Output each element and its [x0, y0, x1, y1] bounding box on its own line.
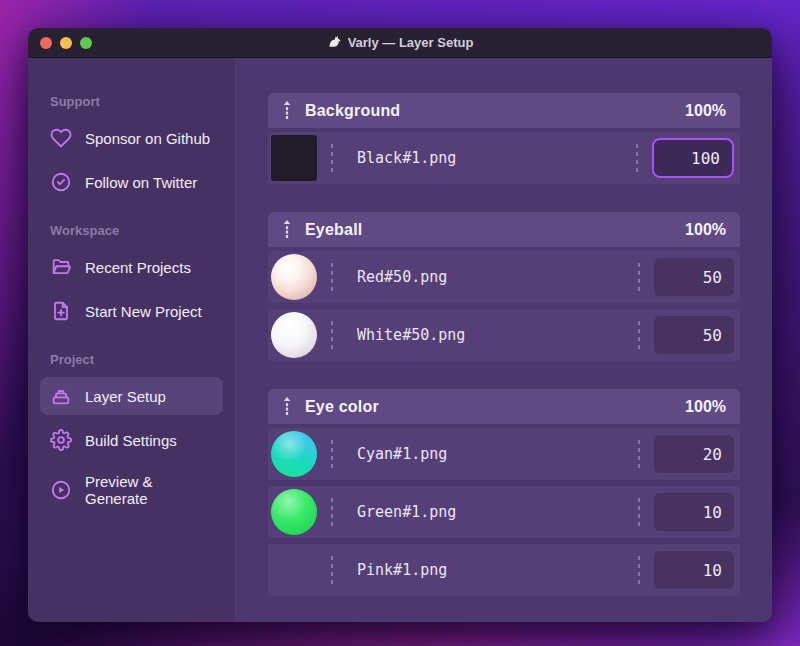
sidebar-item-label: Layer Setup	[85, 388, 166, 405]
red-sphere-thumbnail	[271, 254, 317, 300]
dashed-divider	[331, 556, 333, 584]
layer-filename: Cyan#1.png	[357, 445, 447, 463]
sidebar-item-sponsor-on-github[interactable]: Sponsor on Github	[40, 119, 223, 157]
sidebar-item-label: Follow on Twitter	[85, 174, 197, 191]
sidebar-item-layer-setup[interactable]: Layer Setup	[40, 377, 223, 415]
file-plus-icon	[50, 300, 72, 322]
sidebar-item-start-new-project[interactable]: Start New Project	[40, 292, 223, 330]
main-panel: Background100%Black#1.pngEyeball100%Red#…	[236, 58, 772, 622]
green-sphere-thumbnail	[271, 489, 317, 535]
pink-sphere-thumbnail	[271, 547, 317, 593]
close-button[interactable]	[40, 37, 52, 49]
dashed-divider	[331, 144, 333, 172]
layer-row: Green#1.png	[268, 486, 740, 538]
dashed-divider	[636, 144, 638, 172]
traffic-lights	[40, 28, 92, 57]
dashed-divider	[638, 321, 640, 349]
layer-group-title: Eyeball	[305, 221, 362, 239]
layer-group-weight: 100%	[685, 102, 726, 120]
layer-filename: White#50.png	[357, 326, 465, 344]
window-body: SupportSponsor on GithubFollow on Twitte…	[28, 58, 772, 622]
layer-group-title: Background	[305, 102, 400, 120]
dashed-divider	[331, 498, 333, 526]
layer-filename: Red#50.png	[357, 268, 447, 286]
desktop-background: Varly — Layer Setup SupportSponsor on Gi…	[0, 0, 800, 646]
sidebar-section-label-project: Project	[50, 352, 213, 367]
layer-group-eyeball: Eyeball100%Red#50.pngWhite#50.png	[268, 212, 740, 361]
badge-check-icon	[50, 171, 72, 193]
layer-row: Black#1.png	[268, 132, 740, 184]
dashed-divider	[331, 440, 333, 468]
folder-open-icon	[50, 256, 72, 278]
layer-group-header: Background100%	[268, 93, 740, 128]
layer-filename: Pink#1.png	[357, 561, 447, 579]
layer-group-background: Background100%Black#1.png	[268, 93, 740, 184]
layer-weight-input[interactable]	[654, 435, 734, 473]
dashed-divider	[638, 263, 640, 291]
sidebar-item-preview-generate[interactable]: Preview & Generate	[40, 465, 223, 515]
black-swatch-thumbnail	[271, 135, 317, 181]
layer-group-weight: 100%	[685, 398, 726, 416]
window-title-text: Varly — Layer Setup	[348, 35, 474, 50]
drag-handle-icon[interactable]	[282, 396, 292, 418]
heart-icon	[50, 127, 72, 149]
gear-icon	[50, 429, 72, 451]
minimize-button[interactable]	[60, 37, 72, 49]
dashed-divider	[638, 440, 640, 468]
titlebar: Varly — Layer Setup	[28, 28, 772, 58]
sidebar-section-label-support: Support	[50, 94, 213, 109]
sidebar-section-label-workspace: Workspace	[50, 223, 213, 238]
layer-group-weight: 100%	[685, 221, 726, 239]
layer-filename: Green#1.png	[357, 503, 456, 521]
dashed-divider	[331, 321, 333, 349]
window-title: Varly — Layer Setup	[327, 35, 474, 50]
cyan-sphere-thumbnail	[271, 431, 317, 477]
sidebar-item-label: Build Settings	[85, 432, 177, 449]
sidebar-item-build-settings[interactable]: Build Settings	[40, 421, 223, 459]
unicorn-icon	[327, 35, 342, 50]
layer-group-title: Eye color	[305, 398, 379, 416]
layer-row: Pink#1.png	[268, 544, 740, 596]
app-window: Varly — Layer Setup SupportSponsor on Gi…	[28, 28, 772, 622]
layer-row: Red#50.png	[268, 251, 740, 303]
sidebar-item-label: Start New Project	[85, 303, 202, 320]
layer-filename: Black#1.png	[357, 149, 456, 167]
sidebar-item-label: Preview & Generate	[85, 473, 213, 507]
layer-row: White#50.png	[268, 309, 740, 361]
layer-group-header: Eye color100%	[268, 389, 740, 424]
maximize-button[interactable]	[80, 37, 92, 49]
layer-weight-input[interactable]	[652, 138, 734, 178]
white-sphere-thumbnail	[271, 312, 317, 358]
sidebar-item-recent-projects[interactable]: Recent Projects	[40, 248, 223, 286]
layers-icon	[50, 385, 72, 407]
sidebar-item-label: Sponsor on Github	[85, 130, 210, 147]
dashed-divider	[638, 556, 640, 584]
dashed-divider	[638, 498, 640, 526]
layer-weight-input[interactable]	[654, 258, 734, 296]
layer-row: Cyan#1.png	[268, 428, 740, 480]
play-circle-icon	[50, 479, 72, 501]
layer-group-header: Eyeball100%	[268, 212, 740, 247]
layer-weight-input[interactable]	[654, 493, 734, 531]
layer-group-eye-color: Eye color100%Cyan#1.pngGreen#1.pngPink#1…	[268, 389, 740, 596]
layer-weight-input[interactable]	[654, 316, 734, 354]
dashed-divider	[331, 263, 333, 291]
sidebar: SupportSponsor on GithubFollow on Twitte…	[28, 58, 236, 622]
layer-weight-input[interactable]	[654, 551, 734, 589]
sidebar-item-label: Recent Projects	[85, 259, 191, 276]
drag-handle-icon[interactable]	[282, 100, 292, 122]
sidebar-item-follow-on-twitter[interactable]: Follow on Twitter	[40, 163, 223, 201]
drag-handle-icon[interactable]	[282, 219, 292, 241]
